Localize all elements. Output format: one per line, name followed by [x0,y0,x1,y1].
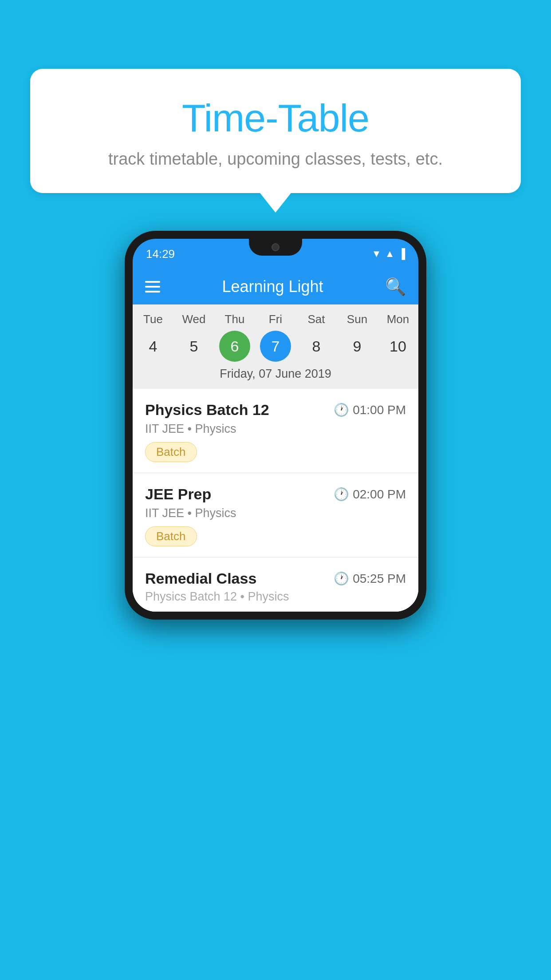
day-5[interactable]: 5 [178,331,209,362]
notch [249,239,302,256]
day-name-tue: Tue [135,312,171,326]
bubble-subtitle: track timetable, upcoming classes, tests… [48,150,503,169]
schedule-item-1-time: 🕐 01:00 PM [334,403,406,417]
schedule-item-3-subtitle: Physics Batch 12 • Physics [145,590,406,604]
status-time: 14:29 [146,247,175,261]
selected-date-label: Friday, 07 June 2019 [133,367,418,385]
schedule-item-2-header: JEE Prep 🕐 02:00 PM [145,486,406,503]
schedule-item-2-title: JEE Prep [145,486,211,503]
wifi-icon: ▼ [372,248,382,260]
calendar-strip: Tue Wed Thu Fri Sat Sun Mon 4 5 6 7 8 9 … [133,304,418,389]
camera [272,243,279,251]
clock-icon-2: 🕐 [334,487,349,502]
schedule-item-2[interactable]: JEE Prep 🕐 02:00 PM IIT JEE • Physics Ba… [133,473,418,557]
day-name-mon: Mon [380,312,416,326]
status-icons: ▼ ▲ ▐ [372,248,405,260]
day-10[interactable]: 10 [382,331,413,362]
day-9[interactable]: 9 [342,331,373,362]
schedule-item-1[interactable]: Physics Batch 12 🕐 01:00 PM IIT JEE • Ph… [133,389,418,473]
day-name-wed: Wed [176,312,212,326]
day-name-thu: Thu [217,312,252,326]
day-6-today[interactable]: 6 [219,331,250,362]
clock-icon-3: 🕐 [334,571,349,586]
speech-bubble: Time-Table track timetable, upcoming cla… [30,69,521,193]
phone-screen: Learning Light 🔍 Tue Wed Thu Fri Sat Sun… [133,269,418,612]
hamburger-menu-button[interactable] [145,281,160,292]
schedule-item-1-title: Physics Batch 12 [145,401,269,419]
app-title: Learning Light [222,277,323,296]
status-bar: 14:29 ▼ ▲ ▐ [133,239,418,269]
batch-tag-1: Batch [145,442,197,462]
schedule-item-3-time: 🕐 05:25 PM [334,571,406,586]
day-names-row: Tue Wed Thu Fri Sat Sun Mon [133,312,418,326]
schedule-item-1-header: Physics Batch 12 🕐 01:00 PM [145,401,406,419]
schedule-item-2-subtitle: IIT JEE • Physics [145,506,406,520]
day-name-fri: Fri [258,312,293,326]
day-7-selected[interactable]: 7 [260,331,291,362]
day-name-sat: Sat [299,312,334,326]
clock-icon-1: 🕐 [334,403,349,417]
battery-icon: ▐ [398,248,405,260]
day-4[interactable]: 4 [138,331,169,362]
phone-frame: 14:29 ▼ ▲ ▐ Learning Light 🔍 [125,231,426,620]
schedule-list: Physics Batch 12 🕐 01:00 PM IIT JEE • Ph… [133,389,418,612]
phone-mockup: 14:29 ▼ ▲ ▐ Learning Light 🔍 [125,231,426,620]
batch-tag-2: Batch [145,526,197,546]
app-header: Learning Light 🔍 [133,269,418,304]
schedule-item-3-header: Remedial Class 🕐 05:25 PM [145,570,406,587]
speech-bubble-section: Time-Table track timetable, upcoming cla… [30,69,521,193]
schedule-item-2-time: 🕐 02:00 PM [334,487,406,502]
schedule-item-3-title: Remedial Class [145,570,256,587]
day-8[interactable]: 8 [301,331,332,362]
bubble-title: Time-Table [48,95,503,141]
day-numbers-row: 4 5 6 7 8 9 10 [133,331,418,362]
search-button[interactable]: 🔍 [385,277,406,296]
signal-icon: ▲ [385,248,395,260]
day-name-sun: Sun [339,312,375,326]
schedule-item-3[interactable]: Remedial Class 🕐 05:25 PM Physics Batch … [133,557,418,612]
schedule-item-1-subtitle: IIT JEE • Physics [145,422,406,436]
